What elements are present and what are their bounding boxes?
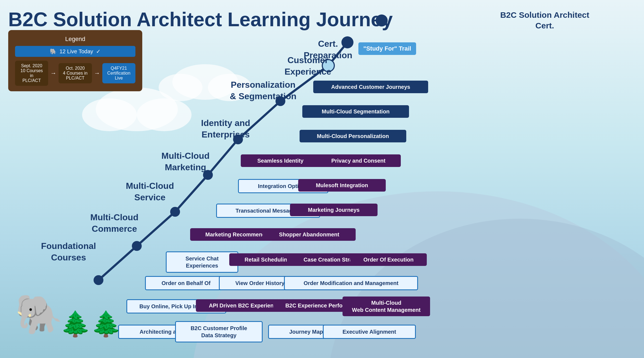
legend-icon: 🐘 — [50, 48, 57, 55]
course-multicloud-segmentation: Multi-Cloud Segmentation — [302, 105, 409, 118]
course-b2c-customer-profile: B2C Customer ProfileData Strategy — [175, 321, 263, 342]
course-shopper-abandonment: Shopper Abandonment — [263, 228, 356, 241]
study-trail-box: "Study For" Trail — [358, 42, 416, 55]
personalization-label: Personalization& Segmentation — [230, 79, 297, 102]
course-executive-alignment: Executive Alignment — [323, 325, 416, 339]
trees: 🌲🌲 — [60, 312, 121, 336]
svg-point-8 — [94, 275, 103, 285]
svg-point-5 — [172, 64, 238, 100]
course-multicloud-web: Multi-CloudWeb Content Management — [343, 297, 430, 316]
mascot: 🐘 — [15, 295, 63, 333]
multicloud-marketing-label: Multi-CloudMarketing — [161, 150, 210, 173]
identity-label: Identity andEnterprises — [201, 118, 250, 140]
customer-experience-label: CustomerExperience — [285, 55, 331, 77]
course-seamless-identity: Seamless Identity — [241, 154, 320, 167]
legend-phase-3: Q4FY21Certification Live — [102, 63, 135, 83]
legend-title: Legend — [15, 36, 135, 43]
course-marketing-journeys: Marketing Journeys — [290, 204, 378, 216]
svg-point-4 — [137, 98, 192, 131]
main-title: B2C Solution Architect Learning Journey — [8, 8, 393, 31]
legend-live-badge: 🐘 12 Live Today ✓ — [15, 46, 135, 57]
foundational-label: FoundationalCourses — [41, 240, 96, 263]
course-multicloud-personalization: Multi-Cloud Personalization — [300, 130, 406, 142]
course-advanced-journeys: Advanced Customer Journeys — [313, 81, 428, 93]
course-service-chat: Service ChatExperiences — [166, 251, 238, 273]
legend-phase-1: Sept. 202010 Courses inPLC/ACT — [15, 61, 48, 86]
course-order-execution: Order Of Execution — [350, 253, 427, 266]
svg-point-6 — [159, 74, 202, 101]
multicloud-service-label: Multi-CloudService — [126, 180, 174, 203]
course-order-behalf: Order on Behalf Of — [145, 276, 227, 290]
arrow-1: → — [50, 70, 56, 77]
legend-timeline: Sept. 202010 Courses inPLC/ACT → Oct. 20… — [15, 61, 135, 86]
legend-box: Legend 🐘 12 Live Today ✓ Sept. 202010 Co… — [8, 30, 142, 91]
course-privacy-consent: Privacy and Consent — [316, 154, 401, 167]
course-order-modification: Order Modification and Management — [284, 276, 418, 290]
cert-label: B2C Solution ArchitectCert. — [500, 10, 589, 31]
svg-point-2 — [96, 87, 178, 131]
multicloud-commerce-label: Multi-CloudCommerce — [90, 212, 138, 234]
course-mulesoft-integration: Mulesoft Integration — [298, 179, 386, 192]
arrow-2: → — [94, 70, 100, 77]
svg-point-10 — [170, 207, 180, 217]
legend-phase-2: Oct. 20204 Courses inPLC/ACT — [59, 63, 92, 83]
svg-point-9 — [132, 241, 142, 251]
svg-point-3 — [82, 98, 137, 131]
legend-checkmark: ✓ — [96, 48, 101, 55]
